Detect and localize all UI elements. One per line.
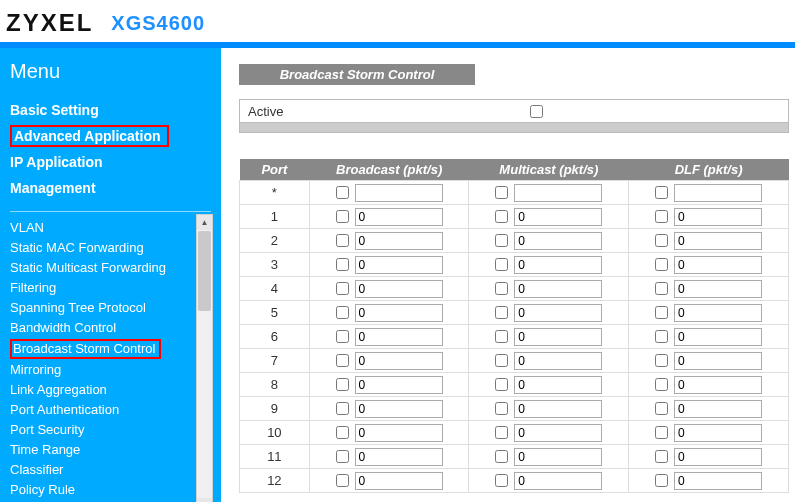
- dlf-input[interactable]: [674, 304, 762, 322]
- bcast-input[interactable]: [355, 352, 443, 370]
- dlf-checkbox[interactable]: [655, 186, 668, 199]
- sub-nav-item[interactable]: Link Aggregation: [10, 380, 201, 400]
- sub-nav-item[interactable]: Spanning Tree Protocol: [10, 298, 201, 318]
- mcast-input[interactable]: [514, 448, 602, 466]
- dlf-input[interactable]: [674, 400, 762, 418]
- dlf-checkbox[interactable]: [655, 330, 668, 343]
- bcast-input[interactable]: [355, 232, 443, 250]
- dlf-checkbox[interactable]: [655, 210, 668, 223]
- sub-nav-item[interactable]: Port Authentication: [10, 400, 201, 420]
- mcast-input[interactable]: [514, 184, 602, 202]
- bcast-checkbox[interactable]: [336, 330, 349, 343]
- dlf-checkbox[interactable]: [655, 450, 668, 463]
- bcast-checkbox[interactable]: [336, 210, 349, 223]
- bcast-input[interactable]: [355, 400, 443, 418]
- mcast-checkbox[interactable]: [495, 186, 508, 199]
- sub-nav-item[interactable]: Filtering: [10, 278, 201, 298]
- mcast-checkbox[interactable]: [495, 474, 508, 487]
- sub-nav-item[interactable]: Time Range: [10, 440, 201, 460]
- dlf-input[interactable]: [674, 352, 762, 370]
- dlf-checkbox[interactable]: [655, 282, 668, 295]
- sub-nav-item[interactable]: Broadcast Storm Control: [10, 339, 161, 359]
- dlf-input[interactable]: [674, 424, 762, 442]
- bcast-input[interactable]: [355, 376, 443, 394]
- mcast-input[interactable]: [514, 280, 602, 298]
- bcast-input[interactable]: [355, 184, 443, 202]
- main-nav-item[interactable]: Advanced Application: [10, 125, 169, 147]
- bcast-checkbox[interactable]: [336, 354, 349, 367]
- dlf-input[interactable]: [674, 184, 762, 202]
- main-nav-item[interactable]: Management: [10, 175, 211, 201]
- mcast-checkbox[interactable]: [495, 330, 508, 343]
- bcast-input[interactable]: [355, 280, 443, 298]
- dlf-checkbox[interactable]: [655, 306, 668, 319]
- sidebar-scrollbar[interactable]: ▲ ▼: [196, 214, 213, 502]
- bcast-input[interactable]: [355, 208, 443, 226]
- bcast-checkbox[interactable]: [336, 402, 349, 415]
- mcast-checkbox[interactable]: [495, 258, 508, 271]
- sub-nav-item[interactable]: Static MAC Forwarding: [10, 238, 201, 258]
- sub-nav-item[interactable]: Static Multicast Forwarding: [10, 258, 201, 278]
- mcast-input[interactable]: [514, 208, 602, 226]
- dlf-input[interactable]: [674, 328, 762, 346]
- bcast-checkbox[interactable]: [336, 426, 349, 439]
- scroll-thumb[interactable]: [198, 231, 211, 311]
- bcast-checkbox[interactable]: [336, 186, 349, 199]
- dlf-input[interactable]: [674, 472, 762, 490]
- dlf-input[interactable]: [674, 280, 762, 298]
- bcast-checkbox[interactable]: [336, 282, 349, 295]
- bcast-checkbox[interactable]: [336, 474, 349, 487]
- sub-nav-item[interactable]: Policy Rule: [10, 480, 201, 500]
- sub-nav-item[interactable]: Bandwidth Control: [10, 318, 201, 338]
- mcast-checkbox[interactable]: [495, 402, 508, 415]
- mcast-input[interactable]: [514, 424, 602, 442]
- sub-nav-item[interactable]: Port Security: [10, 420, 201, 440]
- bcast-checkbox[interactable]: [336, 450, 349, 463]
- dlf-checkbox[interactable]: [655, 378, 668, 391]
- mcast-checkbox[interactable]: [495, 306, 508, 319]
- bcast-input[interactable]: [355, 448, 443, 466]
- dlf-checkbox[interactable]: [655, 258, 668, 271]
- mcast-checkbox[interactable]: [495, 354, 508, 367]
- mcast-input[interactable]: [514, 328, 602, 346]
- dlf-input[interactable]: [674, 232, 762, 250]
- sub-nav-item[interactable]: Classifier: [10, 460, 201, 480]
- mcast-checkbox[interactable]: [495, 210, 508, 223]
- mcast-checkbox[interactable]: [495, 282, 508, 295]
- mcast-input[interactable]: [514, 352, 602, 370]
- main-nav-item[interactable]: IP Application: [10, 149, 211, 175]
- bcast-input[interactable]: [355, 472, 443, 490]
- mcast-checkbox[interactable]: [495, 234, 508, 247]
- mcast-input[interactable]: [514, 376, 602, 394]
- dlf-checkbox[interactable]: [655, 354, 668, 367]
- mcast-input[interactable]: [514, 400, 602, 418]
- dlf-input[interactable]: [674, 448, 762, 466]
- bcast-checkbox[interactable]: [336, 258, 349, 271]
- scroll-down-icon[interactable]: ▼: [197, 498, 212, 502]
- bcast-input[interactable]: [355, 304, 443, 322]
- mcast-input[interactable]: [514, 256, 602, 274]
- bcast-input[interactable]: [355, 256, 443, 274]
- mcast-input[interactable]: [514, 232, 602, 250]
- mcast-checkbox[interactable]: [495, 426, 508, 439]
- active-checkbox[interactable]: [530, 105, 543, 118]
- main-nav-item[interactable]: Basic Setting: [10, 97, 211, 123]
- dlf-input[interactable]: [674, 256, 762, 274]
- bcast-checkbox[interactable]: [336, 378, 349, 391]
- dlf-checkbox[interactable]: [655, 402, 668, 415]
- bcast-input[interactable]: [355, 328, 443, 346]
- bcast-checkbox[interactable]: [336, 234, 349, 247]
- mcast-input[interactable]: [514, 472, 602, 490]
- bcast-checkbox[interactable]: [336, 306, 349, 319]
- dlf-checkbox[interactable]: [655, 426, 668, 439]
- dlf-input[interactable]: [674, 376, 762, 394]
- dlf-checkbox[interactable]: [655, 474, 668, 487]
- mcast-input[interactable]: [514, 304, 602, 322]
- mcast-checkbox[interactable]: [495, 450, 508, 463]
- dlf-checkbox[interactable]: [655, 234, 668, 247]
- scroll-up-icon[interactable]: ▲: [197, 215, 212, 230]
- bcast-input[interactable]: [355, 424, 443, 442]
- mcast-checkbox[interactable]: [495, 378, 508, 391]
- sub-nav-item[interactable]: Mirroring: [10, 360, 201, 380]
- dlf-input[interactable]: [674, 208, 762, 226]
